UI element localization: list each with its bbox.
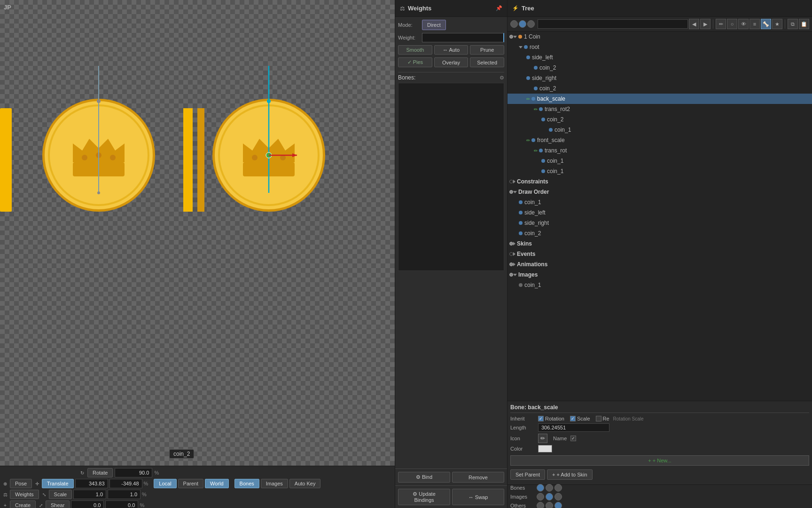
pose-button[interactable]: Pose — [10, 479, 32, 488]
shear-button[interactable]: Shear — [46, 500, 70, 508]
rotation-check[interactable]: ✓ Rotation — [538, 416, 564, 421]
tree-item-coin2c[interactable]: coin_2 — [508, 114, 812, 125]
translate-y-field[interactable] — [109, 479, 142, 488]
remove-button[interactable]: Remove — [452, 472, 504, 483]
tree-item-do-coin1[interactable]: coin_1 — [508, 197, 812, 207]
smooth-button[interactable]: Smooth — [398, 45, 432, 55]
weights-pin-icon[interactable]: 📌 — [496, 5, 502, 11]
images-dot-2[interactable] — [546, 493, 553, 500]
translate-x-field[interactable] — [75, 479, 108, 488]
layer-btn-2[interactable] — [519, 20, 526, 28]
tree-item-constraints[interactable]: Constraints — [508, 176, 812, 187]
tree-item-coin2b[interactable]: coin_2 — [508, 83, 812, 94]
translate-button[interactable]: Translate — [42, 479, 73, 488]
parent-button[interactable]: Parent — [178, 479, 203, 488]
mode-direct-button[interactable]: Direct — [422, 20, 446, 30]
auto-button[interactable]: ↔ Auto — [434, 45, 468, 55]
tree-eye-icon[interactable]: 👁 — [738, 19, 749, 29]
pies-button[interactable]: ✓ Pies — [398, 57, 432, 67]
tree-item-coin[interactable]: 1 Coin — [508, 32, 812, 42]
bones-dot-3[interactable] — [554, 484, 562, 492]
constraints-expand-icon[interactable] — [513, 180, 515, 183]
others-dot-2[interactable] — [546, 502, 553, 508]
bind-button[interactable]: ⚙ Bind — [398, 472, 450, 483]
tree-item-do-coin2[interactable]: coin_2 — [508, 228, 812, 238]
icon-edit-icon[interactable]: ✏ — [538, 434, 547, 443]
name-checkbox[interactable]: ✓ — [570, 436, 576, 441]
tree-nav-back-button[interactable]: ◀ — [689, 19, 699, 29]
layer-btn-1[interactable] — [510, 20, 518, 28]
tree-copy-icon[interactable]: ⧉ — [788, 19, 798, 29]
tree-star-icon[interactable]: ★ — [772, 19, 782, 29]
color-swatch[interactable] — [538, 445, 552, 452]
tree-item-side-left[interactable]: side_left — [508, 52, 812, 63]
tree-item-trans-rot[interactable]: ✏ trans_rot — [508, 145, 812, 156]
tree-item-do-side-left[interactable]: side_left — [508, 207, 812, 218]
scale-button[interactable]: Scale — [49, 490, 72, 499]
length-field[interactable] — [538, 423, 609, 432]
set-parent-button[interactable]: Set Parent — [510, 469, 545, 480]
tree-item-front-scale[interactable]: ✏ front_scale — [508, 135, 812, 145]
re-checkbox[interactable] — [596, 416, 601, 421]
scale-checkbox[interactable]: ✓ — [570, 416, 576, 421]
prune-button[interactable]: Prune — [470, 45, 504, 55]
images-dot-3[interactable] — [554, 493, 562, 500]
add-to-skin-button[interactable]: + + Add to Skin — [547, 469, 593, 480]
coins-area[interactable] — [0, 0, 395, 463]
tree-item-animations[interactable]: Animations — [508, 259, 812, 270]
tree-item-root[interactable]: root — [508, 42, 812, 52]
rotate-button[interactable]: Rotate — [87, 468, 113, 477]
tree-item-back-scale[interactable]: ✏ back_scale — [508, 94, 812, 104]
others-dot-3[interactable] — [554, 502, 562, 508]
create-button[interactable]: Create — [10, 500, 36, 508]
tree-item-coin1c[interactable]: coin_1 — [508, 166, 812, 176]
tree-item-skins[interactable]: Skins — [508, 238, 812, 249]
weight-input[interactable] — [422, 33, 504, 42]
tree-item-img-coin1[interactable]: coin_1 — [508, 280, 812, 290]
bones-dot-2[interactable] — [546, 484, 553, 492]
rotate-value-field[interactable] — [115, 468, 152, 477]
weights-button[interactable]: Weights — [10, 490, 39, 499]
bones-dot-1[interactable] — [537, 484, 544, 492]
scale-y-field[interactable] — [108, 490, 141, 499]
overlay-button[interactable]: Overlay — [434, 57, 468, 67]
skins-expand-icon[interactable] — [513, 242, 515, 246]
tree-item-events[interactable]: Events — [508, 249, 812, 259]
new-button[interactable]: + + New... — [510, 455, 809, 466]
layer-btn-3[interactable] — [527, 20, 535, 28]
tree-nav-forward-button[interactable]: ▶ — [700, 19, 710, 29]
tree-item-side-right[interactable]: side_right — [508, 73, 812, 83]
re-check[interactable]: Re — [596, 416, 609, 421]
root-expand-icon[interactable] — [519, 46, 523, 48]
shear-y-field[interactable] — [105, 500, 138, 508]
tree-item-coin2a[interactable]: coin_2 — [508, 63, 812, 73]
bones-button[interactable]: Bones — [234, 479, 259, 488]
bones-settings-icon[interactable]: ⚙ — [500, 75, 504, 81]
images-button[interactable]: Images — [261, 479, 288, 488]
selected-button[interactable]: Selected — [470, 57, 504, 67]
draw-order-expand-icon[interactable] — [513, 191, 517, 193]
tree-item-do-side-right[interactable]: side_right — [508, 218, 812, 228]
images-expand-icon[interactable] — [513, 274, 517, 276]
tree-filter-icon[interactable]: ≡ — [750, 19, 760, 29]
auto-key-button[interactable]: Auto Key — [289, 479, 321, 488]
tree-item-coin1a[interactable]: coin_1 — [508, 125, 812, 135]
tree-pencil-icon[interactable]: ✏ — [716, 19, 726, 29]
swap-button[interactable]: ↔ Swap — [452, 489, 504, 505]
tree-item-coin1b[interactable]: coin_1 — [508, 156, 812, 166]
scale-x-field[interactable] — [73, 490, 106, 499]
tree-circle-icon[interactable]: ○ — [727, 19, 737, 29]
tree-item-images[interactable]: Images — [508, 270, 812, 280]
tree-item-draw-order[interactable]: Draw Order — [508, 187, 812, 197]
update-bindings-button[interactable]: ⚙ Update Bindings — [398, 489, 450, 505]
tree-item-trans-rot2[interactable]: ✏ trans_rot2 — [508, 104, 812, 114]
rotation-checkbox[interactable]: ✓ — [538, 416, 544, 421]
events-expand-icon[interactable] — [513, 252, 515, 256]
tree-paste-icon[interactable]: 📋 — [799, 19, 809, 29]
others-dot-1[interactable] — [537, 502, 544, 508]
images-dot-1[interactable] — [537, 493, 544, 500]
shear-x-field[interactable] — [71, 500, 104, 508]
tree-bone-icon[interactable]: 🦴 — [761, 19, 771, 29]
local-button[interactable]: Local — [154, 479, 176, 488]
tree-search-input[interactable] — [538, 19, 688, 29]
